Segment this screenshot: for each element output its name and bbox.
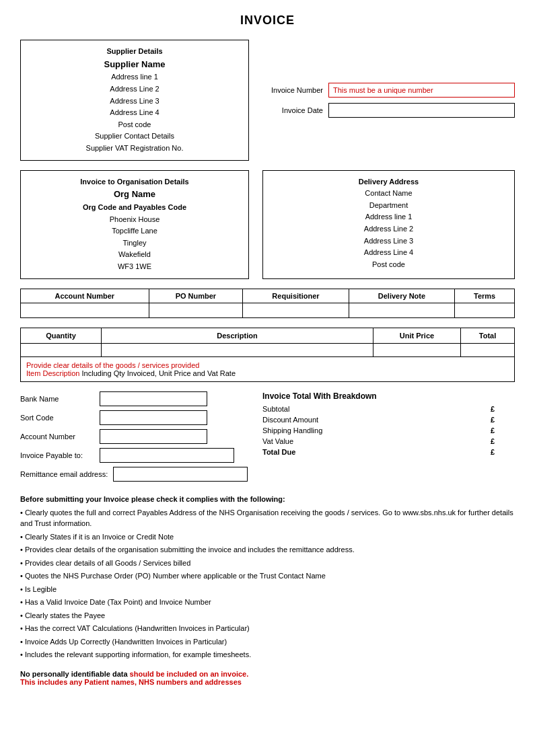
checklist-title: Before submitting your Invoice please ch… bbox=[20, 495, 515, 503]
col-unit-price: Unit Price bbox=[373, 328, 461, 343]
account-number-row: Account Number bbox=[20, 429, 249, 444]
org-line3: Tingley bbox=[29, 237, 240, 250]
account-number-input[interactable] bbox=[100, 429, 207, 444]
items-note1: Provide clear details of the goods / ser… bbox=[26, 361, 509, 369]
invoice-date-label: Invoice Date bbox=[262, 106, 323, 114]
account-number-cell[interactable] bbox=[21, 303, 149, 317]
items-unit-price-cell[interactable] bbox=[373, 343, 461, 356]
payable-label: Invoice Payable to: bbox=[20, 451, 94, 459]
supplier-contact: Supplier Contact Details bbox=[29, 130, 240, 143]
subtotal-row: Subtotal £ bbox=[262, 405, 515, 413]
invoice-number-label: Invoice Number bbox=[262, 86, 323, 94]
subtotal-symbol: £ bbox=[491, 405, 495, 413]
supplier-name: Supplier Name bbox=[29, 58, 240, 72]
remittance-label: Remittance email address: bbox=[20, 470, 108, 478]
items-note2-part2: Including Qty Invoiced, Unit Price and V… bbox=[79, 369, 236, 377]
footer-note: No personally identifiable data should b… bbox=[20, 670, 515, 686]
bank-name-input[interactable] bbox=[100, 391, 207, 406]
items-total-cell[interactable] bbox=[461, 343, 515, 356]
delivery-department: Department bbox=[271, 200, 506, 212]
checklist-item: • Quotes the NHS Purchase Order (PO) Num… bbox=[20, 570, 515, 582]
invoice-date-input[interactable] bbox=[328, 103, 515, 118]
totals-section: Invoice Total With Breakdown Subtotal £ … bbox=[262, 391, 515, 486]
invoice-number-placeholder: This must be a unique number bbox=[333, 86, 433, 94]
terms-cell[interactable] bbox=[455, 303, 515, 317]
checklist-item: • Is Legible bbox=[20, 584, 515, 595]
sort-code-input[interactable] bbox=[100, 410, 207, 425]
remittance-row: Remittance email address: bbox=[20, 467, 249, 482]
col-quantity: Quantity bbox=[21, 328, 102, 343]
totals-title: Invoice Total With Breakdown bbox=[262, 391, 515, 401]
checklist-item: • Clearly States if it is an Invoice or … bbox=[20, 531, 515, 543]
supplier-address2: Address Line 2 bbox=[29, 83, 240, 96]
org-line4: Wakefield bbox=[29, 249, 240, 261]
delivery-box: Delivery Address Contact Name Department… bbox=[262, 170, 515, 279]
items-quantity-cell[interactable] bbox=[21, 343, 102, 356]
items-notes: Provide clear details of the goods / ser… bbox=[20, 357, 515, 382]
delivery-address3: Address Line 3 bbox=[271, 235, 506, 248]
checklist-item: • Has the correct VAT Calculations (Hand… bbox=[20, 623, 515, 634]
page-title: INVOICE bbox=[20, 13, 515, 28]
invoice-fields: Invoice Number This must be a unique num… bbox=[262, 40, 515, 161]
col-terms: Terms bbox=[455, 289, 515, 303]
vat-row: Vat Value £ bbox=[262, 437, 515, 445]
checklist-item: • Clearly quotes the full and correct Pa… bbox=[20, 507, 515, 529]
supplier-section-title: Supplier Details bbox=[29, 46, 240, 58]
vat-symbol: £ bbox=[491, 437, 495, 445]
payable-row: Invoice Payable to: bbox=[20, 448, 249, 463]
delivery-note-cell[interactable] bbox=[349, 303, 454, 317]
sort-code-label: Sort Code bbox=[20, 414, 94, 422]
col-requisitioner: Requisitioner bbox=[243, 289, 349, 303]
shipping-label: Shipping Handling bbox=[262, 426, 491, 434]
col-account-number: Account Number bbox=[21, 289, 149, 303]
sort-code-row: Sort Code bbox=[20, 410, 249, 425]
col-description: Description bbox=[102, 328, 373, 343]
bank-name-label: Bank Name bbox=[20, 395, 94, 403]
delivery-contact: Contact Name bbox=[271, 188, 506, 200]
po-number-cell[interactable] bbox=[149, 303, 243, 317]
items-description-cell[interactable] bbox=[102, 343, 373, 356]
supplier-box: Supplier Details Supplier Name Address l… bbox=[20, 40, 249, 161]
col-delivery-note: Delivery Note bbox=[349, 289, 454, 303]
supplier-address4: Address Line 4 bbox=[29, 107, 240, 119]
checklist-item: • Includes the relevant supporting infor… bbox=[20, 649, 515, 660]
delivery-address4: Address Line 4 bbox=[271, 247, 506, 259]
delivery-address2: Address Line 2 bbox=[271, 223, 506, 235]
invoice-number-row: Invoice Number This must be a unique num… bbox=[262, 83, 515, 98]
accounts-table: Account Number PO Number Requisitioner D… bbox=[20, 289, 515, 318]
org-section-title: Invoice to Organisation Details bbox=[29, 176, 240, 188]
supplier-address1: Address line 1 bbox=[29, 71, 240, 83]
col-total: Total bbox=[461, 328, 515, 343]
checklist-item: • Provides clear details of the organisa… bbox=[20, 544, 515, 556]
discount-row: Discount Amount £ bbox=[262, 416, 515, 424]
bank-section: Bank Name Sort Code Account Number Invoi… bbox=[20, 391, 249, 486]
delivery-section-title: Delivery Address bbox=[271, 176, 506, 188]
requisitioner-cell[interactable] bbox=[243, 303, 349, 317]
col-po-number: PO Number bbox=[149, 289, 243, 303]
subtotal-label: Subtotal bbox=[262, 405, 491, 413]
items-table: Quantity Description Unit Price Total bbox=[20, 328, 515, 357]
checklist: Before submitting your Invoice please ch… bbox=[20, 495, 515, 660]
invoice-number-input[interactable]: This must be a unique number bbox=[328, 83, 515, 98]
checklist-item: • Clearly states the Payee bbox=[20, 610, 515, 621]
items-note2: Item Description Including Qty Invoiced,… bbox=[26, 369, 509, 377]
org-name: Org Name bbox=[29, 188, 240, 202]
supplier-vat: Supplier VAT Registration No. bbox=[29, 143, 240, 155]
org-line2: Topcliffe Lane bbox=[29, 225, 240, 237]
shipping-symbol: £ bbox=[491, 426, 495, 434]
payable-input[interactable] bbox=[100, 448, 234, 463]
footer-line2: This includes any Patient names, NHS num… bbox=[20, 678, 515, 686]
discount-label: Discount Amount bbox=[262, 416, 491, 424]
delivery-postcode: Post code bbox=[271, 259, 506, 271]
supplier-postcode: Post code bbox=[29, 119, 240, 131]
delivery-address1: Address line 1 bbox=[271, 211, 506, 223]
remittance-input[interactable] bbox=[113, 467, 248, 482]
discount-symbol: £ bbox=[491, 416, 495, 424]
checklist-item: • Provides clear details of all Goods / … bbox=[20, 558, 515, 569]
shipping-row: Shipping Handling £ bbox=[262, 426, 515, 434]
org-code: Org Code and Payables Code bbox=[29, 202, 240, 214]
bank-name-row: Bank Name bbox=[20, 391, 249, 406]
total-symbol: £ bbox=[491, 448, 495, 456]
org-line1: Phoenix House bbox=[29, 214, 240, 226]
total-label: Total Due bbox=[262, 448, 491, 456]
